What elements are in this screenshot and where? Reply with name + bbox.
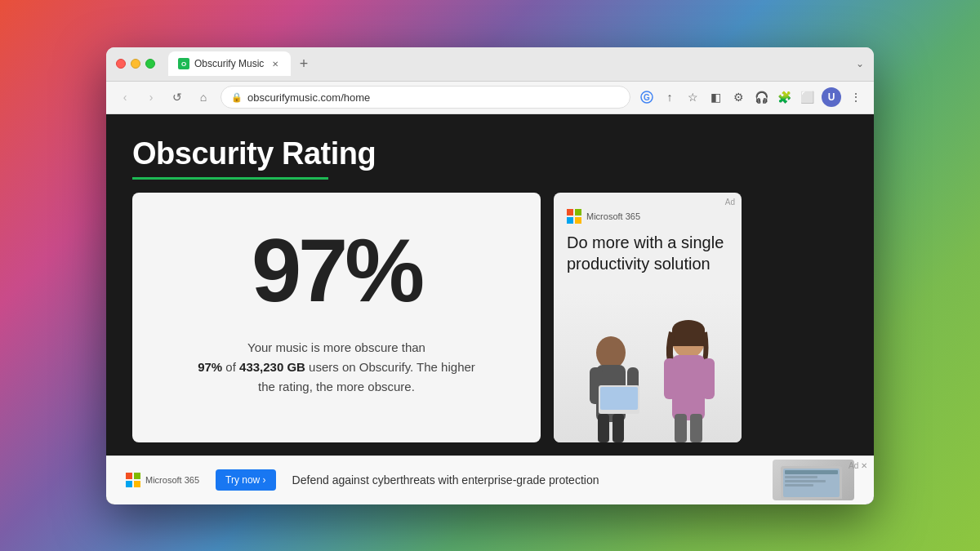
rating-card: 97% Your music is more obscure than 97% … xyxy=(132,193,541,442)
description-bold-1: 97% xyxy=(198,360,222,374)
url-bar[interactable]: 🔒 obscurifymusic.com/home xyxy=(220,86,630,109)
description-plain: Your music is more obscure than xyxy=(247,340,425,354)
svg-rect-13 xyxy=(702,358,715,399)
title-bar: O Obscurify Music ✕ + ⌄ xyxy=(106,47,874,82)
ad-label: Ad xyxy=(725,198,735,207)
address-bar: ‹ › ↺ ⌂ 🔒 obscurifymusic.com/home G ↑ ☆ … xyxy=(106,82,874,114)
bottom-ms-brand: Microsoft 365 xyxy=(145,475,199,485)
bottom-ms-icon xyxy=(126,473,140,487)
svg-rect-11 xyxy=(672,355,705,420)
home-button[interactable]: ⌂ xyxy=(194,88,212,106)
profile-avatar[interactable]: U xyxy=(822,87,841,107)
svg-text:G: G xyxy=(644,93,650,102)
bottom-ad-headline: Defend against cyberthreats with enterpr… xyxy=(292,473,599,487)
svg-rect-6 xyxy=(598,414,609,442)
tab-label: Obscurify Music xyxy=(194,58,265,69)
forward-button[interactable]: › xyxy=(142,88,160,106)
ad-people-illustration xyxy=(554,304,742,442)
title-underline xyxy=(132,177,328,180)
rating-description: Your music is more obscure than 97% of 4… xyxy=(189,338,483,397)
bookmark-icon[interactable]: ☆ xyxy=(684,89,701,105)
close-button[interactable] xyxy=(116,59,126,69)
page-content: Obscurity Rating 97% Your music is more … xyxy=(106,114,874,504)
svg-rect-15 xyxy=(690,414,702,442)
bottom-ad-cta-button[interactable]: Try now › xyxy=(216,469,276,491)
svg-rect-12 xyxy=(664,358,676,399)
share-icon[interactable]: ↑ xyxy=(662,89,678,105)
new-tab-button[interactable]: + xyxy=(294,54,314,73)
refresh-button[interactable]: ↺ xyxy=(168,88,186,106)
active-tab[interactable]: O Obscurify Music ✕ xyxy=(168,51,291,76)
back-button[interactable]: ‹ xyxy=(116,88,134,106)
bottom-ad-logo: Microsoft 365 xyxy=(126,473,199,487)
browser-window: O Obscurify Music ✕ + ⌄ ‹ › ↺ ⌂ 🔒 obscur… xyxy=(106,47,874,504)
description-bold-2: 433,230 GB xyxy=(239,360,305,374)
svg-rect-17 xyxy=(600,387,638,410)
url-text: obscurifymusic.com/home xyxy=(247,91,370,104)
toolbar-icons: G ↑ ☆ ◧ ⚙ 🎧 🧩 ⬜ U ⋮ xyxy=(639,87,864,107)
bottom-ad-banner: Microsoft 365 Try now › Defend against c… xyxy=(106,455,874,504)
tab-bar: O Obscurify Music ✕ + ⌄ xyxy=(168,51,864,76)
content-area: 97% Your music is more obscure than 97% … xyxy=(106,193,874,455)
settings-icon[interactable]: ⚙ xyxy=(730,89,746,105)
tab-favicon: O xyxy=(178,58,189,69)
ms-logo: Microsoft 365 xyxy=(567,209,728,224)
headphone-icon[interactable]: 🎧 xyxy=(753,89,769,105)
svg-rect-7 xyxy=(612,414,624,442)
page-header: Obscurity Rating xyxy=(106,114,874,193)
layers-icon[interactable]: ◧ xyxy=(707,89,724,105)
rating-number: 97% xyxy=(252,225,421,315)
lock-icon: 🔒 xyxy=(231,92,243,103)
split-view-icon[interactable]: ⬜ xyxy=(799,89,815,105)
traffic-lights xyxy=(116,59,155,69)
puzzle-icon[interactable]: 🧩 xyxy=(776,89,792,105)
ms-brand-name: Microsoft 365 xyxy=(586,211,640,221)
svg-rect-20 xyxy=(785,470,838,474)
bottom-ad-close[interactable]: Ad ✕ xyxy=(849,461,867,470)
svg-point-2 xyxy=(596,336,626,369)
description-of: of xyxy=(225,360,239,374)
tab-close-button[interactable]: ✕ xyxy=(270,58,281,69)
page-title: Obscurity Rating xyxy=(132,137,848,171)
bottom-ad-image xyxy=(773,460,854,500)
ad-sidebar: Ad Microsoft 365 Do more with a single p… xyxy=(554,193,742,442)
svg-rect-22 xyxy=(785,480,826,482)
more-options-icon[interactable]: ⋮ xyxy=(848,89,864,105)
microsoft-grid-icon xyxy=(567,209,581,224)
svg-rect-14 xyxy=(675,414,687,442)
favicon-letter: O xyxy=(181,60,186,68)
maximize-button[interactable] xyxy=(145,59,155,69)
ad-headline: Do more with a single productivity solut… xyxy=(567,232,728,274)
google-icon[interactable]: G xyxy=(639,89,655,105)
ad-image-area xyxy=(554,292,742,442)
minimize-button[interactable] xyxy=(131,59,140,69)
svg-rect-21 xyxy=(785,476,817,478)
svg-rect-10 xyxy=(672,330,705,346)
ad-content: Microsoft 365 Do more with a single prod… xyxy=(554,193,742,292)
svg-rect-23 xyxy=(785,484,813,487)
tab-menu-button[interactable]: ⌄ xyxy=(856,58,864,69)
